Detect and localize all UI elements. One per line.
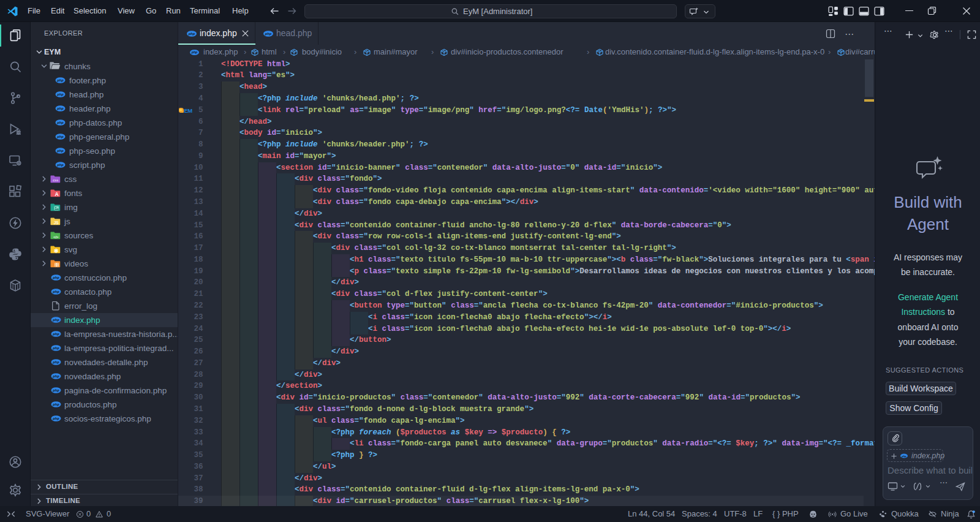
svg-text:php: php — [52, 417, 59, 420]
svg-text:A: A — [55, 191, 58, 197]
svg-text:php: php — [56, 78, 64, 82]
svg-text:JS: JS — [54, 221, 59, 225]
svg-text:php: php — [52, 332, 59, 336]
svg-text:php: php — [52, 346, 59, 350]
svg-text:css: css — [53, 178, 58, 182]
svg-text:php: php — [52, 360, 59, 364]
svg-text:php: php — [52, 318, 59, 322]
svg-text:php: php — [56, 163, 64, 167]
svg-text:php: php — [52, 276, 59, 279]
svg-text:✱: ✱ — [54, 248, 59, 254]
svg-text:php: php — [901, 455, 907, 458]
svg-text:php: php — [56, 93, 64, 96]
svg-text:php: php — [52, 290, 59, 293]
svg-text:php: php — [52, 388, 59, 392]
svg-text:</>: </> — [53, 235, 59, 238]
svg-text:php: php — [56, 135, 64, 138]
svg-text:php: php — [56, 121, 64, 124]
svg-text:php: php — [52, 374, 59, 378]
svg-text:php: php — [52, 403, 59, 406]
svg-text:php: php — [56, 107, 64, 110]
svg-text:php: php — [56, 149, 64, 153]
